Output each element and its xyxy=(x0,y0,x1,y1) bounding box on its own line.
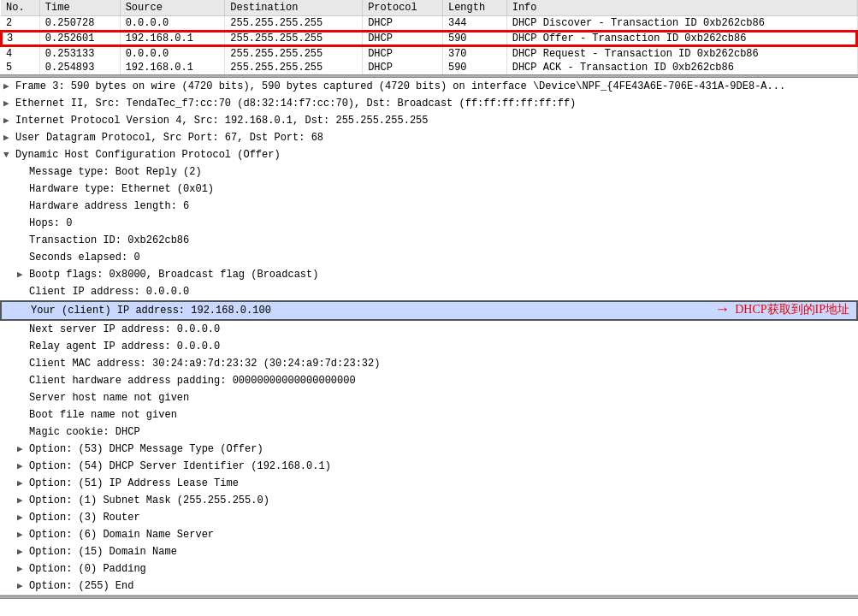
detail-line: Client IP address: 0.0.0.0 xyxy=(0,283,858,300)
detail-line: Your (client) IP address: 192.168.0.100 xyxy=(0,300,858,321)
packet-cell: 344 xyxy=(442,16,506,32)
column-header-info: Info xyxy=(506,0,857,16)
detail-text: Hardware address length: 6 xyxy=(29,198,189,214)
detail-line: Hardware address length: 6 xyxy=(0,198,858,215)
detail-text: Option: (0) Padding xyxy=(29,561,146,577)
details-pane: Frame 3: 590 bytes on wire (4720 bits), … xyxy=(0,78,858,595)
detail-line: Magic cookie: DHCP xyxy=(0,424,858,441)
packet-cell: 0.253133 xyxy=(39,46,120,61)
column-header-no: No. xyxy=(1,0,39,16)
packet-cell: 370 xyxy=(442,46,506,61)
packet-cell: DHCP ACK - Transaction ID 0xb262cb86 xyxy=(506,61,857,74)
detail-line: Seconds elapsed: 0 xyxy=(0,249,858,266)
detail-text: Transaction ID: 0xb262cb86 xyxy=(29,233,189,248)
detail-text: Relay agent IP address: 0.0.0.0 xyxy=(29,339,220,354)
detail-line[interactable]: Bootp flags: 0x8000, Broadcast flag (Bro… xyxy=(0,266,858,283)
packet-row[interactable]: 30.252601192.168.0.1255.255.255.255DHCP5… xyxy=(1,31,857,46)
detail-line: Server host name not given xyxy=(0,389,858,406)
detail-text: Internet Protocol Version 4, Src: 192.16… xyxy=(15,113,428,128)
packet-cell: 192.168.0.1 xyxy=(120,31,225,46)
detail-text: Your (client) IP address: 192.168.0.100 xyxy=(31,303,271,318)
packet-cell: 255.255.255.255 xyxy=(225,46,363,61)
detail-line[interactable]: Option: (53) DHCP Message Type (Offer) xyxy=(0,441,858,458)
packet-cell: DHCP Offer - Transaction ID 0xb262cb86 xyxy=(506,31,857,46)
packet-cell: 4 xyxy=(1,46,39,61)
packet-cell: 2 xyxy=(1,16,39,32)
detail-line[interactable]: Option: (3) Router xyxy=(0,509,858,526)
detail-text: Server host name not given xyxy=(29,390,189,406)
detail-text: Message type: Boot Reply (2) xyxy=(29,164,202,180)
expand-closed-icon xyxy=(17,579,29,594)
detail-text: Frame 3: 590 bytes on wire (4720 bits), … xyxy=(15,79,785,94)
detail-line: Relay agent IP address: 0.0.0.0 xyxy=(0,338,858,355)
detail-text: Hops: 0 xyxy=(29,216,72,231)
packet-cell: 255.255.255.255 xyxy=(225,16,363,32)
expand-closed-icon xyxy=(17,268,29,282)
detail-text: User Datagram Protocol, Src Port: 67, Ds… xyxy=(15,130,323,145)
detail-text: Option: (51) IP Address Lease Time xyxy=(29,476,239,491)
packet-cell: DHCP xyxy=(363,31,443,46)
detail-text: Option: (255) End xyxy=(29,578,133,594)
detail-line[interactable]: Option: (54) DHCP Server Identifier (192… xyxy=(0,458,858,475)
expand-closed-icon xyxy=(17,459,29,474)
packet-cell: 0.0.0.0 xyxy=(120,16,225,32)
detail-line: Boot file name not given xyxy=(0,406,858,424)
detail-line[interactable]: Option: (0) Padding xyxy=(0,560,858,578)
detail-line[interactable]: Option: (255) End xyxy=(0,578,858,595)
detail-line[interactable]: Option: (6) Domain Name Server xyxy=(0,526,858,543)
packet-row[interactable]: 40.2531330.0.0.0255.255.255.255DHCP370DH… xyxy=(1,46,857,61)
packet-cell: 192.168.0.1 xyxy=(120,61,225,74)
detail-line: Message type: Boot Reply (2) xyxy=(0,163,858,181)
detail-line[interactable]: Dynamic Host Configuration Protocol (Off… xyxy=(0,146,858,163)
expand-closed-icon xyxy=(17,545,29,560)
detail-line[interactable]: Frame 3: 590 bytes on wire (4720 bits), … xyxy=(0,78,858,95)
detail-line: Client hardware address padding: 0000000… xyxy=(0,372,858,389)
detail-text: Option: (53) DHCP Message Type (Offer) xyxy=(29,441,263,457)
packet-cell: 0.254893 xyxy=(39,61,120,74)
detail-text: Bootp flags: 0x8000, Broadcast flag (Bro… xyxy=(29,267,318,282)
packet-row[interactable]: 20.2507280.0.0.0255.255.255.255DHCP344DH… xyxy=(1,16,857,32)
detail-text: Next server IP address: 0.0.0.0 xyxy=(29,322,220,337)
packet-cell: 255.255.255.255 xyxy=(225,31,363,46)
expand-closed-icon xyxy=(17,477,29,491)
detail-text: Client hardware address padding: 0000000… xyxy=(29,373,356,388)
expand-closed-icon xyxy=(17,494,29,508)
detail-text: Dynamic Host Configuration Protocol (Off… xyxy=(15,147,281,163)
detail-text: Hardware type: Ethernet (0x01) xyxy=(29,181,214,197)
packet-cell: 590 xyxy=(442,31,506,46)
detail-line: Hardware type: Ethernet (0x01) xyxy=(0,181,858,198)
divider-2 xyxy=(0,595,858,599)
packet-cell: 0.250728 xyxy=(39,16,120,32)
detail-text: Ethernet II, Src: TendaTec_f7:cc:70 (d8:… xyxy=(15,96,576,111)
packet-cell: 5 xyxy=(1,61,39,74)
detail-text: Boot file name not given xyxy=(29,407,177,423)
detail-text: Seconds elapsed: 0 xyxy=(29,250,140,265)
detail-line: Hops: 0 xyxy=(0,215,858,232)
detail-text: Option: (54) DHCP Server Identifier (192… xyxy=(29,459,331,474)
packet-table: No.TimeSourceDestinationProtocolLengthIn… xyxy=(0,0,858,74)
expand-closed-icon xyxy=(3,131,15,145)
column-header-time: Time xyxy=(39,0,120,16)
detail-text: Magic cookie: DHCP xyxy=(29,424,140,440)
expand-closed-icon xyxy=(3,114,15,128)
detail-line: Transaction ID: 0xb262cb86 xyxy=(0,232,858,249)
detail-text: Option: (6) Domain Name Server xyxy=(29,527,214,542)
packet-cell: 255.255.255.255 xyxy=(225,61,363,74)
detail-text: Option: (15) Domain Name xyxy=(29,544,177,560)
packet-row[interactable]: 50.254893192.168.0.1255.255.255.255DHCP5… xyxy=(1,61,857,74)
packet-cell: 0.0.0.0 xyxy=(120,46,225,61)
detail-line[interactable]: Internet Protocol Version 4, Src: 192.16… xyxy=(0,112,858,129)
detail-line[interactable]: Option: (1) Subnet Mask (255.255.255.0) xyxy=(0,492,858,509)
detail-line[interactable]: User Datagram Protocol, Src Port: 67, Ds… xyxy=(0,129,858,146)
packet-cell: 3 xyxy=(1,31,39,46)
column-header-length: Length xyxy=(442,0,506,16)
expand-closed-icon xyxy=(17,511,29,525)
packet-cell: DHCP xyxy=(363,61,443,74)
detail-line[interactable]: Option: (51) IP Address Lease Time xyxy=(0,475,858,492)
expand-closed-icon xyxy=(17,442,29,457)
expand-closed-icon xyxy=(17,528,29,542)
detail-line[interactable]: Ethernet II, Src: TendaTec_f7:cc:70 (d8:… xyxy=(0,95,858,112)
packet-cell: DHCP Request - Transaction ID 0xb262cb86 xyxy=(506,46,857,61)
detail-line[interactable]: Option: (15) Domain Name xyxy=(0,543,858,560)
detail-text: Option: (1) Subnet Mask (255.255.255.0) xyxy=(29,493,269,508)
